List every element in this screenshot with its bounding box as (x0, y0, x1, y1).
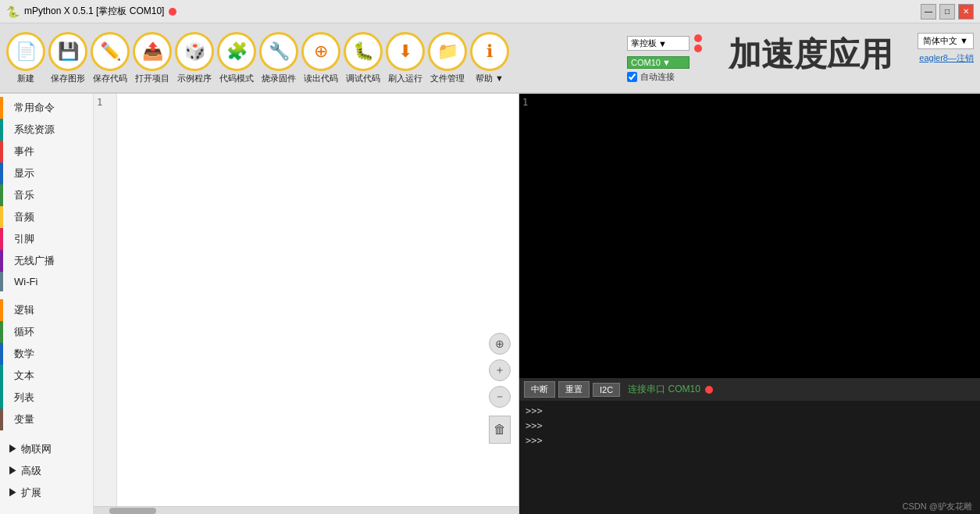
reset-button[interactable]: 重置 (558, 381, 590, 398)
titlebar-controls: — □ ✕ (921, 4, 974, 20)
sidebar-item-3-g1[interactable]: 显示 (0, 162, 93, 184)
main-layout: 常用命令系统资源事件显示音乐音频引脚无线广播Wi-Fi 逻辑循环数学文本列表变量… (0, 94, 980, 514)
right-panel: 1 中断 重置 I2C 连接串口 COM10 >>> >>> >>> CSDN … (519, 94, 980, 514)
com-status: 连接串口 COM10 (623, 383, 718, 396)
code-tools: ⊕ ＋ － 🗑 (489, 333, 511, 444)
sidebar-item-0-g1[interactable]: 常用命令 (0, 97, 93, 119)
sidebar-item-5-g1[interactable]: 音频 (0, 206, 93, 228)
scroll-thumb[interactable] (109, 508, 156, 514)
status-dot-1 (694, 34, 702, 42)
com-dropdown[interactable]: COM10 ▼ (627, 56, 690, 69)
app-icon: 🐍 (6, 5, 20, 18)
titlebar-left: 🐍 mPython X 0.5.1 [掌控板 COM10] (6, 5, 176, 18)
i2c-button[interactable]: I2C (593, 383, 620, 397)
tool-read-code[interactable]: ⊕ 读出代码 (301, 32, 340, 84)
tool-icon-run: ⬇ (386, 32, 425, 71)
tool-label-read-code: 读出代码 (304, 73, 338, 84)
tool-label-save-shape: 保存图形 (51, 73, 85, 84)
close-button[interactable]: ✕ (958, 4, 974, 20)
titlebar: 🐍 mPython X 0.5.1 [掌控板 COM10] — □ ✕ (0, 0, 980, 23)
tool-burn[interactable]: 🔧 烧录固件 (259, 32, 298, 84)
com-output[interactable]: >>> >>> >>> (519, 401, 980, 499)
trash-btn[interactable]: 🗑 (489, 416, 511, 444)
minimize-button[interactable]: — (921, 4, 936, 20)
tool-label-save-code: 保存代码 (93, 73, 127, 84)
sidebar-item-4-g1[interactable]: 音乐 (0, 184, 93, 206)
code-content[interactable] (117, 94, 519, 506)
sidebar-item-8-g1[interactable]: Wi-Fi (0, 272, 93, 291)
tool-icon-example: 🎲 (175, 32, 214, 71)
interrupt-button[interactable]: 中断 (524, 381, 555, 398)
sidebar-group1: 常用命令系统资源事件显示音乐音频引脚无线广播Wi-Fi (0, 97, 93, 291)
tool-label-new: 新建 (17, 73, 34, 84)
titlebar-title: mPython X 0.5.1 [掌控板 COM10] (24, 5, 164, 18)
tool-label-open-project: 打开项目 (135, 73, 169, 84)
center-tool-btn[interactable]: ⊕ (489, 333, 511, 355)
tool-icon-files: 📁 (428, 32, 467, 71)
toolbar-right: 掌控板 ▼ COM10 ▼ 自动连接 加速度应用 (627, 33, 974, 83)
com-status-text: 连接串口 COM10 (628, 383, 700, 396)
horizontal-scrollbar[interactable] (94, 506, 519, 514)
com-line-3: >>> (526, 434, 974, 448)
sidebar-item-3-g2[interactable]: 文本 (0, 365, 93, 387)
tool-files[interactable]: 📁 文件管理 (428, 32, 467, 84)
titlebar-red-dot (169, 8, 176, 16)
toolbar: 📄 新建 💾 保存图形 ✏️ 保存代码 📤 打开项目 🎲 示例程序 🧩 代码模式… (0, 23, 980, 94)
tool-icon-code-mode: 🧩 (217, 32, 256, 71)
tool-icon-debug: 🐛 (344, 32, 383, 71)
lang-select[interactable]: 简体中文 ▼ (918, 33, 974, 49)
code-editor[interactable]: 1 ⊕ ＋ － 🗑 (94, 94, 519, 506)
tool-open-project[interactable]: 📤 打开项目 (133, 32, 172, 84)
com-row: COM10 ▼ (627, 56, 704, 69)
tool-icon-save-code: ✏️ (91, 32, 130, 71)
com-line-1: >>> (526, 404, 974, 419)
tool-run[interactable]: ⬇ 刷入运行 (386, 32, 425, 84)
tool-save-code[interactable]: ✏️ 保存代码 (91, 32, 130, 84)
sidebar-expand-1[interactable]: ▶ 高级 (0, 460, 93, 482)
controller-panel: 掌控板 ▼ COM10 ▼ 自动连接 (627, 33, 704, 83)
tool-example[interactable]: 🎲 示例程序 (175, 32, 214, 84)
tool-save-shape[interactable]: 💾 保存图形 (48, 32, 87, 84)
com-panel: 中断 重置 I2C 连接串口 COM10 >>> >>> >>> (519, 378, 980, 499)
tool-help[interactable]: ℹ 帮助 ▼ (470, 32, 509, 84)
sidebar-item-2-g1[interactable]: 事件 (0, 141, 93, 162)
code-area: 1 ⊕ ＋ － 🗑 (94, 94, 519, 514)
tool-label-debug: 调试代码 (346, 73, 380, 84)
sidebar-item-7-g1[interactable]: 无线广播 (0, 250, 93, 272)
line-num-1: 1 (97, 97, 113, 108)
tool-icon-burn: 🔧 (259, 32, 298, 71)
sidebar-item-5-g2[interactable]: 变量 (0, 409, 93, 430)
tool-debug[interactable]: 🐛 调试代码 (344, 32, 383, 84)
maximize-button[interactable]: □ (939, 4, 955, 20)
sidebar-group2: 逻辑循环数学文本列表变量 (0, 299, 93, 430)
auto-connect-checkbox[interactable] (627, 72, 637, 82)
top-right-controls: 简体中文 ▼ eagler8—注销 (918, 33, 974, 64)
tool-label-files: 文件管理 (430, 73, 465, 84)
zoom-in-btn[interactable]: ＋ (489, 359, 511, 381)
sidebar-group3: ▶ 物联网▶ 高级▶ 扩展 (0, 438, 93, 504)
tool-buttons: 📄 新建 💾 保存图形 ✏️ 保存代码 📤 打开项目 🎲 示例程序 🧩 代码模式… (6, 32, 509, 84)
status-dots (694, 34, 702, 52)
app-title-area: 加速度应用 (729, 33, 893, 77)
tool-label-code-mode: 代码模式 (219, 73, 254, 84)
sidebar-expand-2[interactable]: ▶ 扩展 (0, 482, 93, 504)
tool-icon-open-project: 📤 (133, 32, 172, 71)
bottom-credit: CSDN @驴友花雕 (519, 499, 980, 514)
sidebar-item-4-g2[interactable]: 列表 (0, 387, 93, 409)
tool-new[interactable]: 📄 新建 (6, 32, 45, 84)
tool-label-example: 示例程序 (177, 73, 212, 84)
sidebar: 常用命令系统资源事件显示音乐音频引脚无线广播Wi-Fi 逻辑循环数学文本列表变量… (0, 94, 94, 514)
tool-code-mode[interactable]: 🧩 代码模式 (217, 32, 256, 84)
login-link[interactable]: eagler8—注销 (919, 52, 974, 64)
controller-dropdown[interactable]: 掌控板 ▼ (627, 36, 690, 51)
sidebar-item-0-g2[interactable]: 逻辑 (0, 299, 93, 321)
com-toolbar: 中断 重置 I2C 连接串口 COM10 (519, 378, 980, 401)
sidebar-item-6-g1[interactable]: 引脚 (0, 228, 93, 250)
sidebar-expand-0[interactable]: ▶ 物联网 (0, 438, 93, 460)
sidebar-item-1-g1[interactable]: 系统资源 (0, 119, 93, 141)
tool-label-burn: 烧录固件 (262, 73, 296, 84)
sidebar-item-2-g2[interactable]: 数学 (0, 343, 93, 365)
zoom-out-btn[interactable]: － (489, 386, 511, 408)
sidebar-item-1-g2[interactable]: 循环 (0, 321, 93, 343)
display-area: 1 (519, 94, 980, 378)
